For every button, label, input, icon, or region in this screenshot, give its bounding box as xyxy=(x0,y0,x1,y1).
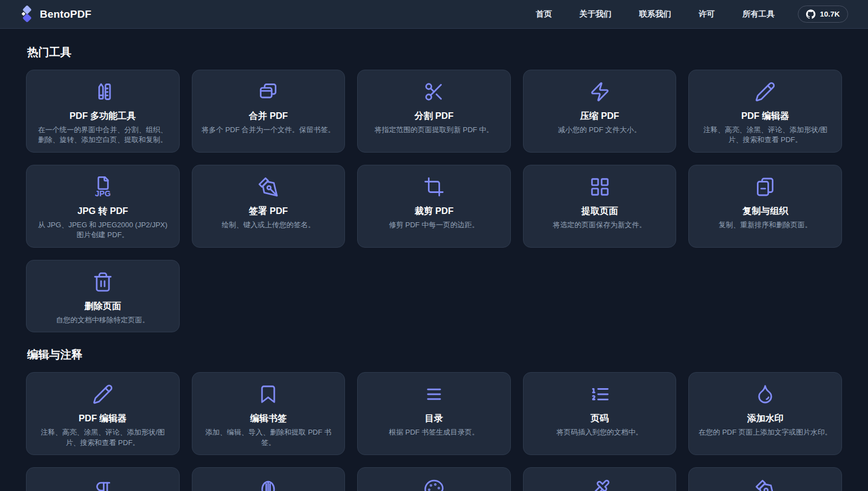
tool-card-title: 目录 xyxy=(367,412,501,424)
pencil-icon xyxy=(92,384,113,405)
tool-card[interactable]: JPG 转 PDF 从 JPG、JPEG 和 JPEG2000 (JP2/JPX… xyxy=(26,165,180,248)
file-jpg-icon xyxy=(92,176,113,197)
tool-card-title: 删除页面 xyxy=(35,300,170,312)
section-title: 热门工具 xyxy=(27,45,841,59)
nav-about[interactable]: 关于我们 xyxy=(579,9,611,19)
tool-card-title: 复制与组织 xyxy=(698,205,833,217)
tool-card[interactable]: 添加水印 在您的 PDF 页面上添加文字或图片水印。 xyxy=(688,372,842,455)
tool-card-title: PDF 编辑器 xyxy=(698,110,833,122)
tool-card[interactable]: 裁剪 PDF 修剪 PDF 中每一页的边距。 xyxy=(357,165,511,248)
zap-icon xyxy=(589,81,610,102)
main-nav: 首页 关于我们 联系我们 许可 所有工具 xyxy=(536,9,775,19)
tool-card-description: 自您的文档中移除特定页面。 xyxy=(35,315,170,325)
tool-card-description: 复制、重新排序和删除页面。 xyxy=(698,220,833,230)
pencil-icon xyxy=(755,81,776,102)
github-icon xyxy=(806,9,815,19)
tool-card-title: 编辑书签 xyxy=(201,412,336,424)
tool-card-description: 减小您的 PDF 文件大小。 xyxy=(532,125,667,135)
tool-card-description: 注释、高亮、涂黑、评论、添加形状/图片、搜索和查看 PDF。 xyxy=(35,427,170,448)
main-content: 热门工具 PDF 多功能工具 在一个统一的界面中合并、分割、组织、删除、旋转、添… xyxy=(0,29,868,491)
tool-card[interactable]: 复制与组织 复制、重新排序和删除页面。 xyxy=(688,165,842,248)
tool-card-description: 在一个统一的界面中合并、分割、组织、删除、旋转、添加空白页、提取和复制。 xyxy=(35,125,170,145)
droplet-icon xyxy=(755,384,776,405)
brand-name: BentoPDF xyxy=(40,8,91,20)
tool-card-description: 注释、高亮、涂黑、评论、添加形状/图片、搜索和查看 PDF。 xyxy=(698,125,833,145)
tool-card-title: PDF 编辑器 xyxy=(35,412,170,424)
tool-card[interactable]: PDF 编辑器 注释、高亮、涂黑、评论、添加形状/图片、搜索和查看 PDF。 xyxy=(688,70,842,153)
tool-section: 热门工具 PDF 多功能工具 在一个统一的界面中合并、分割、组织、删除、旋转、添… xyxy=(26,45,842,332)
tool-card-description: 将指定范围的页面提取到新 PDF 中。 xyxy=(367,125,501,135)
tool-card-title: 添加水印 xyxy=(698,412,833,424)
tool-card[interactable]: 压缩 PDF 减小您的 PDF 文件大小。 xyxy=(523,70,677,153)
tool-card-description: 在您的 PDF 页面上添加文字或图片水印。 xyxy=(698,427,833,437)
tool-card-description: 将页码插入到您的文档中。 xyxy=(532,427,667,437)
tool-card[interactable] xyxy=(688,467,842,491)
tool-card[interactable]: 目录 根据 PDF 书签生成目录页。 xyxy=(357,372,511,455)
tool-card[interactable]: 分割 PDF 将指定范围的页面提取到新 PDF 中。 xyxy=(357,70,511,153)
pen-nib-icon xyxy=(755,479,776,491)
tool-card-description: 修剪 PDF 中每一页的边距。 xyxy=(367,220,501,230)
tool-card-description: 根据 PDF 书签生成目录页。 xyxy=(367,427,501,437)
tool-card-title: 页码 xyxy=(532,412,667,424)
scissors-icon xyxy=(423,81,445,102)
merge-windows-icon xyxy=(258,81,279,102)
tool-card[interactable]: 合并 PDF 将多个 PDF 合并为一个文件。保留书签。 xyxy=(192,70,346,153)
pen-nib-icon xyxy=(258,176,279,197)
bookmark-icon xyxy=(258,384,279,405)
crop-icon xyxy=(423,176,445,197)
tool-card[interactable]: PDF 编辑器 注释、高亮、涂黑、评论、添加形状/图片、搜索和查看 PDF。 xyxy=(26,372,180,455)
tool-card-description: 将选定的页面保存为新文件。 xyxy=(532,220,667,230)
tool-card[interactable]: 编辑书签 添加、编辑、导入、删除和提取 PDF 书签。 xyxy=(192,372,346,455)
tool-card-description: 绘制、键入或上传您的签名。 xyxy=(201,220,336,230)
copy-pages-icon xyxy=(755,176,776,197)
tool-card[interactable]: 页码 将页码插入到您的文档中。 xyxy=(523,372,677,455)
tool-card-title: 提取页面 xyxy=(532,205,667,217)
tool-card-title: PDF 多功能工具 xyxy=(35,110,170,122)
tool-card[interactable]: 提取页面 将选定的页面保存为新文件。 xyxy=(523,165,677,248)
nav-all-tools[interactable]: 所有工具 xyxy=(742,9,775,19)
palette-icon xyxy=(423,479,445,491)
nav-license[interactable]: 许可 xyxy=(699,9,715,19)
tool-card-title: 签署 PDF xyxy=(201,205,336,217)
tool-card-title: JPG 转 PDF xyxy=(35,205,170,217)
tool-card[interactable]: 签署 PDF 绘制、键入或上传您的签名。 xyxy=(192,165,346,248)
tool-card[interactable] xyxy=(192,467,346,491)
tool-card-title: 合并 PDF xyxy=(201,110,336,122)
github-stars-button[interactable]: 10.7K xyxy=(798,6,848,23)
header: BentoPDF 首页 关于我们 联系我们 许可 所有工具 10.7K xyxy=(0,0,868,29)
bentopdf-logo-icon xyxy=(20,5,34,24)
pencil-ruler-icon xyxy=(92,81,113,102)
tool-card-title: 分割 PDF xyxy=(367,110,501,122)
list-ordered-icon xyxy=(589,384,610,405)
tool-card-title: 裁剪 PDF xyxy=(367,205,501,217)
nav-contact[interactable]: 联系我们 xyxy=(639,9,671,19)
tool-card[interactable]: PDF 多功能工具 在一个统一的界面中合并、分割、组织、删除、旋转、添加空白页、… xyxy=(26,70,180,153)
brand-logo-link[interactable]: BentoPDF xyxy=(20,5,91,24)
tool-grid: PDF 编辑器 注释、高亮、涂黑、评论、添加形状/图片、搜索和查看 PDF。 编… xyxy=(26,372,842,491)
tool-grid: PDF 多功能工具 在一个统一的界面中合并、分割、组织、删除、旋转、添加空白页、… xyxy=(26,70,842,332)
pipette-icon xyxy=(589,479,610,491)
lines-icon xyxy=(423,384,445,405)
tool-card[interactable] xyxy=(523,467,677,491)
pilcrow-icon xyxy=(92,479,113,491)
github-star-count: 10.7K xyxy=(820,10,840,18)
tool-card-description: 将多个 PDF 合并为一个文件。保留书签。 xyxy=(201,125,336,135)
tool-section: 编辑与注释 PDF 编辑器 注释、高亮、涂黑、评论、添加形状/图片、搜索和查看 … xyxy=(26,348,842,491)
tool-card[interactable] xyxy=(26,467,180,491)
layout-grid-icon xyxy=(589,176,610,197)
tool-card-description: 添加、编辑、导入、删除和提取 PDF 书签。 xyxy=(201,427,336,448)
tool-card-description: 从 JPG、JPEG 和 JPEG2000 (JP2/JPX) 图片创建 PDF… xyxy=(35,220,170,241)
contrast-icon xyxy=(258,479,279,491)
tool-card-title: 压缩 PDF xyxy=(532,110,667,122)
trash-icon xyxy=(92,271,113,292)
section-title: 编辑与注释 xyxy=(27,348,841,361)
nav-home[interactable]: 首页 xyxy=(536,9,552,19)
tool-card[interactable]: 删除页面 自您的文档中移除特定页面。 xyxy=(26,260,180,332)
tool-card[interactable] xyxy=(357,467,511,491)
